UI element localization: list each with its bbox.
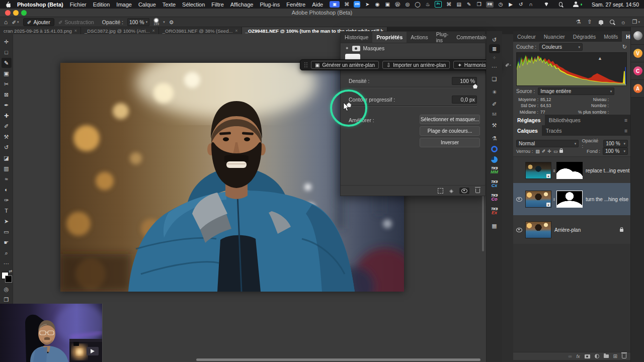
menu-calque[interactable]: Calque [138,2,156,8]
move-tool[interactable]: ✛ [2,37,12,47]
tab-proprietes[interactable]: Propriétés [372,32,407,43]
clipboard-icon[interactable]: ▤ [456,1,462,8]
background-color-swatch[interactable] [5,276,12,283]
notifications-bell-icon[interactable] [599,20,603,24]
record-app-icon[interactable]: ◉ [374,1,380,8]
libraries-plugin-icon[interactable] [491,156,498,163]
close-tab-icon[interactable]: × [74,28,77,33]
mask-link-icon[interactable]: ∞ [552,197,556,202]
layer-thumbnail[interactable] [525,221,551,238]
apply-mask-icon[interactable]: ◈ [449,188,453,194]
shape-tool[interactable]: ▭ [2,227,12,237]
tool-presets-panel-icon[interactable]: ⚍ [489,109,500,118]
layer-row-turn-selected[interactable]: ✦ ∞ turn the ...hing else [513,183,630,215]
layer-name[interactable]: Arrière-plan [554,227,581,233]
tool-preset-picker[interactable]: ✐ ▾ [12,19,19,25]
feather-value-field[interactable]: 0,0 px [452,96,477,104]
drag-handle[interactable] [304,62,307,67]
layer-thumbnail[interactable]: ✦ [525,191,551,208]
nik-collection-icon[interactable] [631,27,644,45]
layer-row-background[interactable]: Arrière-plan [513,217,630,242]
eraser-tool[interactable]: ◪ [2,153,12,163]
mask-visibility-toggle[interactable] [459,188,469,194]
new-group-icon[interactable] [604,354,609,358]
add-mode-button[interactable]: ✐ Ajouter [23,18,54,26]
spot-healing-tool[interactable]: ✚ [2,111,12,121]
menu-texte[interactable]: Texte [163,2,176,8]
mask-link-icon[interactable]: ∞ [552,168,556,173]
comments-panel-icon[interactable]: ❏ [489,74,500,83]
path-selection-tool[interactable]: ➤ [2,216,12,226]
adjustment-layer-icon[interactable] [595,354,599,358]
search-icon[interactable] [610,20,614,24]
user-switcher-icon[interactable] [573,2,577,7]
spotlight-search-icon[interactable] [559,2,562,7]
object-selection-tool[interactable]: ▣ [2,68,12,78]
flame-icon[interactable]: ♨ [425,1,431,8]
menu-affichage[interactable]: Affichage [230,2,254,8]
layer-opacity-dropdown[interactable]: 100 %▾ [603,140,628,147]
document-tab-2[interactable]: _DSC3872.jpg @ 100% (Arri...× [81,27,159,34]
cursor-icon[interactable]: ➤ [364,1,370,8]
type-tool[interactable]: T [2,206,12,216]
history-menubar-icon[interactable]: ↺ [518,1,524,8]
add-mask-icon[interactable] [585,354,590,358]
brush-settings-panel-icon[interactable]: ✐ [489,100,500,109]
layer-mask-thumbnail-selected[interactable] [556,191,583,208]
hand-tool[interactable]: ☛ [2,237,12,247]
layer-name[interactable]: turn the ...hing else [586,197,628,202]
lock-all-icon[interactable] [559,150,563,153]
premiere-icon[interactable]: Pr [435,1,442,8]
fill-dropdown[interactable]: 100 %▾ [603,147,628,155]
analog-efex-panel-icon[interactable]: A [631,80,644,98]
tk9-ex-panel-icon[interactable]: TK9 Ex [491,205,498,217]
close-tab-icon[interactable]: × [152,28,155,33]
import-background-button[interactable]: ⇩ Importer un arrière-plan [382,61,450,69]
tab-calques[interactable]: Calques [513,125,542,136]
tk9-co-panel-icon[interactable]: TK9 Co [491,192,498,204]
density-slider-track[interactable] [349,87,477,88]
command-icon[interactable]: ⌘ [446,1,452,8]
discover-bulb-icon[interactable]: ☼ [621,19,626,25]
window-manager-icon[interactable]: ⌘ [344,1,350,8]
share-icon[interactable]: ⇧ [587,19,592,25]
photoshop-plugin-icon[interactable] [491,146,498,152]
play-icon[interactable]: ▶ [508,1,514,8]
menu-fichier[interactable]: Fichier [70,2,87,8]
tab-traces[interactable]: Tracés [542,125,566,136]
tab-motifs[interactable]: Motifs [600,31,622,42]
cached-data-warning-icon[interactable]: ▲ [598,56,602,61]
history-brush-tool[interactable]: ↺ [2,142,12,152]
screenshot-tool-icon[interactable]: ▣ [330,1,340,8]
menu-aide[interactable]: Aide [312,2,323,8]
link-layers-icon[interactable]: ∞ [568,353,572,359]
channel-dropdown[interactable]: Couleurs▾ [539,43,583,51]
menubar-app-name[interactable]: Photoshop (Beta) [17,2,63,8]
layer-style-fx-icon[interactable]: fx [577,354,580,359]
frame-tool[interactable]: ⊠ [2,89,12,100]
clone-stamp-tool[interactable]: ⚒ [2,132,12,142]
selection-brush-tool[interactable]: ✎ [2,58,12,68]
color-range-button[interactable]: Plage de couleurs... [420,126,480,136]
brush-settings-gear-icon[interactable]: ⚙ [169,19,174,25]
brush-subtract-icon[interactable]: ✐− [505,62,511,68]
lock-transparency-icon[interactable]: ▨ [535,149,540,154]
headphones-icon[interactable]: ∩ [528,1,534,8]
tk9-cx-panel-icon[interactable]: TK9 Cx [491,178,498,190]
menu-fenetre[interactable]: Fenêtre [286,2,305,8]
gradient-tool[interactable]: ▥ [2,163,12,173]
dodge-tool[interactable]: ◐ [2,185,12,195]
lock-position-icon[interactable]: ✛ [547,149,551,154]
layer-name[interactable]: replace t...ing event [586,168,629,173]
tab-bibliotheques[interactable]: Bibliothèques [545,115,585,125]
opacity-dropdown[interactable]: 100 %▾ [127,18,149,26]
adjustments-panel-icon[interactable]: ✳ [489,87,500,97]
pen-tool[interactable]: ✑ [2,195,12,205]
panel-menu-icon[interactable]: ≡ [624,115,630,125]
sparkle-panel-icon[interactable]: ✧ [489,53,500,62]
viveza-panel-icon[interactable]: V [631,45,644,62]
marquee-tool[interactable]: □ [2,47,12,57]
image-panel-icon[interactable]: ▦ [489,221,500,230]
home-icon[interactable]: ⌂ [4,19,8,26]
keyboard-layout-badge[interactable]: FR [486,2,494,8]
